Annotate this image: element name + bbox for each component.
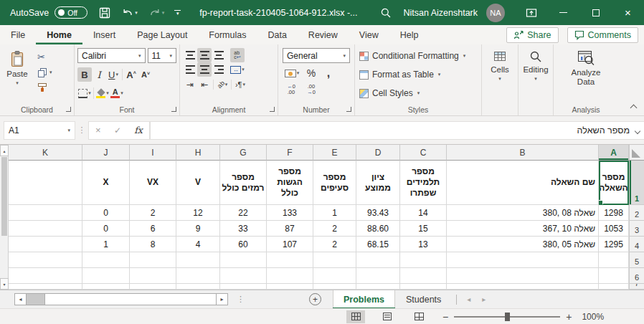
ribbon-tab-data[interactable]: Data bbox=[257, 25, 297, 44]
align-left-button[interactable] bbox=[183, 62, 197, 77]
cell-H1[interactable]: V bbox=[176, 161, 220, 205]
redo-button[interactable]: ▾ bbox=[149, 8, 165, 18]
increase-font-size-button[interactable]: A˄ bbox=[124, 67, 138, 82]
cell-H7[interactable] bbox=[176, 284, 220, 290]
cell-I1[interactable]: VX bbox=[130, 161, 176, 205]
cell-I2[interactable]: 2 bbox=[130, 205, 176, 221]
cell-G6[interactable] bbox=[220, 268, 267, 284]
cell-E4[interactable]: 2 bbox=[313, 237, 356, 252]
cell-K2[interactable] bbox=[9, 205, 82, 221]
italic-button[interactable]: I bbox=[92, 67, 106, 82]
cell-D1[interactable]: ציון ממוצע bbox=[356, 161, 400, 205]
ribbon-tab-file[interactable]: File bbox=[0, 25, 36, 44]
cell-A2[interactable]: 1298 bbox=[599, 205, 629, 221]
cell-B1[interactable]: שם השאלה bbox=[447, 161, 599, 205]
align-right-button[interactable] bbox=[212, 62, 226, 77]
wrap-text-button[interactable]: abc↩ bbox=[230, 48, 245, 62]
cell-G7[interactable] bbox=[220, 284, 267, 290]
select-all-corner[interactable] bbox=[629, 145, 644, 161]
font-name-combo[interactable]: Calibri ▾ bbox=[77, 48, 146, 63]
cell-E3[interactable]: 2 bbox=[313, 221, 356, 237]
row-header-5[interactable]: 5 bbox=[629, 252, 644, 268]
cell-styles-button[interactable]: Cell Styles ▾ bbox=[356, 84, 480, 103]
ribbon-tab-view[interactable]: View bbox=[349, 25, 389, 44]
cell-I7[interactable] bbox=[130, 284, 176, 290]
comma-style-button[interactable]: , bbox=[321, 66, 336, 80]
format-painter-button[interactable] bbox=[36, 80, 54, 95]
tab-splitter[interactable]: ⋮ bbox=[237, 295, 245, 304]
editing-button[interactable]: Editing ▾ bbox=[520, 47, 551, 82]
user-name[interactable]: Nitsan Aizenshtark bbox=[403, 8, 478, 18]
column-header-J[interactable]: J bbox=[82, 145, 130, 161]
cell-K5[interactable] bbox=[9, 252, 82, 268]
decrease-indent-button[interactable]: ⇤ bbox=[197, 77, 212, 92]
scroll-right-icon[interactable]: ▸ bbox=[216, 293, 228, 305]
row-header-1[interactable]: 1 bbox=[629, 161, 644, 205]
cell-J7[interactable] bbox=[82, 284, 130, 290]
font-color-button[interactable]: A ▾ bbox=[110, 86, 124, 100]
cell-B4[interactable]: 380, 05 שאלה bbox=[447, 237, 599, 252]
cell-A6[interactable] bbox=[599, 268, 629, 284]
cell-A7[interactable] bbox=[599, 284, 629, 290]
borders-button[interactable]: ▾ bbox=[77, 86, 92, 100]
expand-formula-bar-icon[interactable] bbox=[635, 128, 640, 133]
cell-G3[interactable]: 33 bbox=[220, 221, 267, 237]
increase-indent-button[interactable]: ⇥ bbox=[183, 77, 197, 92]
cell-J6[interactable] bbox=[82, 268, 130, 284]
avatar[interactable]: NA bbox=[486, 4, 505, 22]
clipboard-dialog-launcher[interactable] bbox=[66, 107, 71, 112]
cell-J3[interactable]: 0 bbox=[82, 221, 130, 237]
scroll-left-icon[interactable]: ◂ bbox=[14, 293, 27, 305]
cell-F6[interactable] bbox=[267, 268, 313, 284]
vertical-scrollbar[interactable]: ▴ ▾ bbox=[0, 145, 9, 290]
cell-A3[interactable]: 1053 bbox=[599, 221, 629, 237]
cell-E2[interactable]: 1 bbox=[313, 205, 356, 221]
customize-quick-access-button[interactable]: ▾ bbox=[174, 10, 181, 16]
confirm-entry-icon[interactable]: ✓ bbox=[114, 125, 121, 135]
cell-H3[interactable]: 9 bbox=[176, 221, 220, 237]
cell-K3[interactable] bbox=[9, 221, 82, 237]
zoom-in-icon[interactable]: + bbox=[566, 311, 572, 323]
cell-B3[interactable]: 367, 10 שאלה bbox=[447, 221, 599, 237]
column-header-I[interactable]: I bbox=[130, 145, 176, 161]
paste-button[interactable]: Paste ▾ bbox=[1, 47, 33, 104]
sheet-tab-problems[interactable]: Problems bbox=[333, 290, 395, 309]
cell-C4[interactable]: 13 bbox=[400, 237, 447, 252]
close-button[interactable]: × bbox=[612, 0, 644, 25]
new-sheet-button[interactable]: + bbox=[309, 293, 321, 305]
comments-button[interactable]: Comments bbox=[567, 27, 638, 43]
cell-I3[interactable]: 6 bbox=[130, 221, 176, 237]
accounting-format-button[interactable]: ▾ bbox=[283, 66, 301, 80]
next-sheet-icon[interactable]: ▸ bbox=[482, 295, 486, 303]
column-header-G[interactable]: G bbox=[220, 145, 267, 161]
cell-D6[interactable] bbox=[356, 268, 400, 284]
row-header-4[interactable]: 4 bbox=[629, 237, 644, 252]
page-break-view-button[interactable] bbox=[409, 310, 428, 323]
cell-D4[interactable]: 68.15 bbox=[356, 237, 400, 252]
align-top-button[interactable] bbox=[183, 48, 197, 62]
cell-D7[interactable] bbox=[356, 284, 400, 290]
decrease-decimal-button[interactable]: .00→0 bbox=[304, 82, 318, 97]
cell-D3[interactable]: 88.60 bbox=[356, 221, 400, 237]
cell-F1[interactable]: מספר הגשות כולל bbox=[267, 161, 313, 205]
format-as-table-button[interactable]: Format as Table ▾ bbox=[356, 65, 480, 84]
row-header-7[interactable]: 7 bbox=[629, 284, 644, 290]
cell-B5[interactable] bbox=[447, 252, 599, 268]
cell-G1[interactable]: מספר רמזים כולל bbox=[220, 161, 267, 205]
ribbon-tab-insert[interactable]: Insert bbox=[82, 25, 126, 44]
cancel-entry-icon[interactable]: × bbox=[95, 125, 101, 135]
cell-J5[interactable] bbox=[82, 252, 130, 268]
cell-B6[interactable] bbox=[447, 268, 599, 284]
cell-I5[interactable] bbox=[130, 252, 176, 268]
cell-K7[interactable] bbox=[9, 284, 82, 290]
underline-button[interactable]: U▾ bbox=[106, 67, 120, 82]
cell-K4[interactable] bbox=[9, 237, 82, 252]
cell-F2[interactable]: 133 bbox=[267, 205, 313, 221]
cell-C2[interactable]: 14 bbox=[400, 205, 447, 221]
alignment-dialog-launcher[interactable] bbox=[270, 107, 275, 112]
formula-bar-splitter[interactable]: ⋮ bbox=[75, 125, 88, 135]
cell-C3[interactable]: 15 bbox=[400, 221, 447, 237]
number-dialog-launcher[interactable] bbox=[346, 107, 351, 112]
cell-I4[interactable]: 8 bbox=[130, 237, 176, 252]
cell-G2[interactable]: 22 bbox=[220, 205, 267, 221]
